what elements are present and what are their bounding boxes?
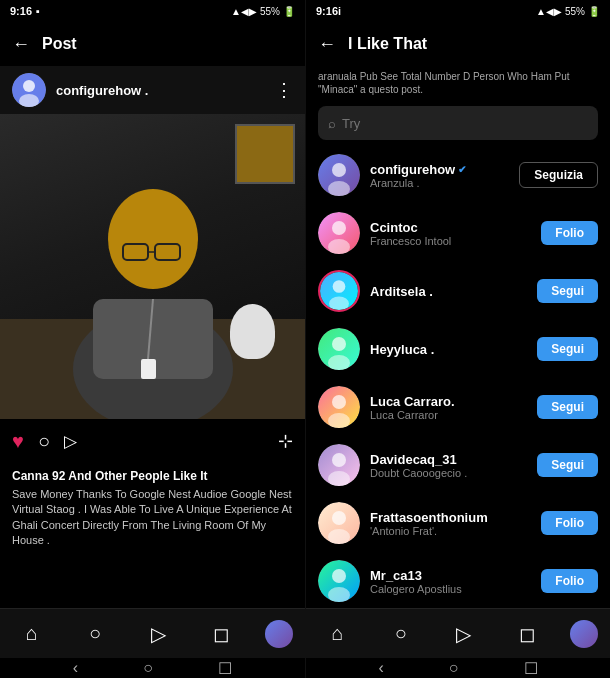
- post-author-avatar[interactable]: [12, 73, 46, 107]
- svg-point-21: [332, 337, 346, 351]
- svg-point-24: [332, 395, 346, 409]
- user-avatar[interactable]: [318, 386, 360, 428]
- list-item: configurehow✔Aranzula .Seguizia: [306, 146, 610, 204]
- search-bar[interactable]: ⌕: [318, 106, 598, 140]
- r-back-gesture[interactable]: ‹: [379, 659, 384, 677]
- svg-point-15: [332, 221, 346, 235]
- post-caption: Canna 92 And Other People Like It Save M…: [0, 463, 305, 608]
- right-gesture-bar: ‹ ○ ☐: [306, 658, 610, 678]
- user-realname: Calogero Apostlius: [370, 583, 541, 595]
- user-info: Frattasoenthonium'Antonio Frat'.: [370, 510, 541, 537]
- list-item: Mr_ca13Calogero ApostliusFolio: [306, 552, 610, 608]
- nav-search[interactable]: ○: [75, 614, 115, 654]
- home-gesture[interactable]: ○: [143, 659, 153, 677]
- left-status-icons: ▲◀▶ 55% 🔋: [231, 6, 295, 17]
- user-realname: Aranzula .: [370, 177, 519, 189]
- nav-profile[interactable]: [265, 620, 293, 648]
- user-username[interactable]: Davidecaq_31: [370, 452, 537, 467]
- user-avatar[interactable]: [318, 560, 360, 602]
- user-avatar[interactable]: [318, 212, 360, 254]
- caption-text: Save Money Thanks To Google Nest Audioe …: [12, 487, 293, 549]
- post-author-username[interactable]: configurehow .: [56, 83, 275, 98]
- follow-button[interactable]: Segui: [537, 453, 598, 477]
- nav-reels[interactable]: ▷: [138, 614, 178, 654]
- back-gesture[interactable]: ‹: [73, 659, 78, 677]
- svg-point-12: [332, 163, 346, 177]
- left-page-title: Post: [42, 35, 77, 53]
- follow-button[interactable]: Segui: [537, 279, 598, 303]
- user-realname: 'Antonio Frat'.: [370, 525, 541, 537]
- left-time: 9:16 ▪: [10, 5, 40, 17]
- svg-point-33: [332, 569, 346, 583]
- nav-home[interactable]: ⌂: [12, 614, 52, 654]
- left-bottom-nav: ⌂ ○ ▷ ◻: [0, 608, 305, 658]
- likes-info-text: aranuala Pub See Total Number D Person W…: [306, 66, 610, 100]
- user-info: Mr_ca13Calogero Apostlius: [370, 568, 541, 595]
- follow-button[interactable]: Folio: [541, 221, 598, 245]
- user-info: CcintocFrancesco Intool: [370, 220, 541, 247]
- post-image: [0, 114, 305, 419]
- search-input[interactable]: [342, 116, 588, 131]
- user-avatar[interactable]: [318, 444, 360, 486]
- user-info: Davidecaq_31Doubt Caooogecio .: [370, 452, 537, 479]
- user-realname: Luca Carraror: [370, 409, 537, 421]
- user-username[interactable]: Heyyluca .: [370, 342, 537, 357]
- bookmark-button[interactable]: ⊹: [278, 430, 293, 452]
- person-image: [33, 129, 273, 419]
- r-recents-gesture[interactable]: ☐: [524, 659, 538, 678]
- svg-point-30: [332, 511, 346, 525]
- user-username[interactable]: Ccintoc: [370, 220, 541, 235]
- user-avatar[interactable]: [318, 154, 360, 196]
- user-username[interactable]: Mr_ca13: [370, 568, 541, 583]
- user-info: Luca Carraro.Luca Carraror: [370, 394, 537, 421]
- user-username[interactable]: configurehow✔: [370, 162, 519, 177]
- post-header: configurehow . ⋮: [0, 66, 305, 114]
- list-item: Davidecaq_31Doubt Caooogecio .Segui: [306, 436, 610, 494]
- right-status-bar: 9:16i ▲◀▶ 55% 🔋: [306, 0, 610, 22]
- r-nav-reels[interactable]: ▷: [444, 614, 484, 654]
- user-username[interactable]: Luca Carraro.: [370, 394, 537, 409]
- list-item: Arditsela .Segui: [306, 262, 610, 320]
- nav-shop[interactable]: ◻: [202, 614, 242, 654]
- comment-button[interactable]: ○: [38, 430, 50, 453]
- right-status-icons: ▲◀▶ 55% 🔋: [536, 6, 600, 17]
- action-bar: ♥ ○ ▷ ⊹: [0, 419, 305, 463]
- follow-button[interactable]: Folio: [541, 569, 598, 593]
- left-back-arrow[interactable]: ←: [12, 34, 30, 55]
- left-panel: 9:16 ▪ ▲◀▶ 55% 🔋 ← Post configurehow . ⋮: [0, 0, 305, 678]
- right-page-title: I Like That: [348, 35, 427, 53]
- user-avatar[interactable]: [318, 502, 360, 544]
- right-time: 9:16i: [316, 5, 341, 17]
- svg-point-27: [332, 453, 346, 467]
- user-username[interactable]: Frattasoenthonium: [370, 510, 541, 525]
- svg-point-18: [333, 280, 346, 293]
- user-info: Heyyluca .: [370, 342, 537, 357]
- user-info: Arditsela .: [370, 284, 537, 299]
- list-item: CcintocFrancesco IntoolFolio: [306, 204, 610, 262]
- follow-button[interactable]: Folio: [541, 511, 598, 535]
- list-item: Heyyluca .Segui: [306, 320, 610, 378]
- follow-button[interactable]: Seguizia: [519, 162, 598, 188]
- list-item: Frattasoenthonium'Antonio Frat'.Folio: [306, 494, 610, 552]
- follow-button[interactable]: Segui: [537, 337, 598, 361]
- follow-button[interactable]: Segui: [537, 395, 598, 419]
- svg-rect-10: [141, 359, 156, 379]
- r-nav-profile[interactable]: [570, 620, 598, 648]
- right-back-arrow[interactable]: ←: [318, 34, 336, 55]
- r-nav-search[interactable]: ○: [381, 614, 421, 654]
- user-info: configurehow✔Aranzula .: [370, 162, 519, 189]
- r-home-gesture[interactable]: ○: [449, 659, 459, 677]
- recents-gesture[interactable]: ☐: [218, 659, 232, 678]
- r-nav-shop[interactable]: ◻: [507, 614, 547, 654]
- user-username[interactable]: Arditsela .: [370, 284, 537, 299]
- r-nav-home[interactable]: ⌂: [318, 614, 358, 654]
- product-decoration: [230, 304, 275, 359]
- left-top-bar: ← Post: [0, 22, 305, 66]
- share-button[interactable]: ▷: [64, 431, 77, 452]
- like-button[interactable]: ♥: [12, 430, 24, 453]
- search-icon: ⌕: [328, 116, 336, 131]
- user-avatar[interactable]: [318, 270, 360, 312]
- user-avatar[interactable]: [318, 328, 360, 370]
- more-options-button[interactable]: ⋮: [275, 79, 293, 101]
- svg-point-4: [108, 189, 198, 289]
